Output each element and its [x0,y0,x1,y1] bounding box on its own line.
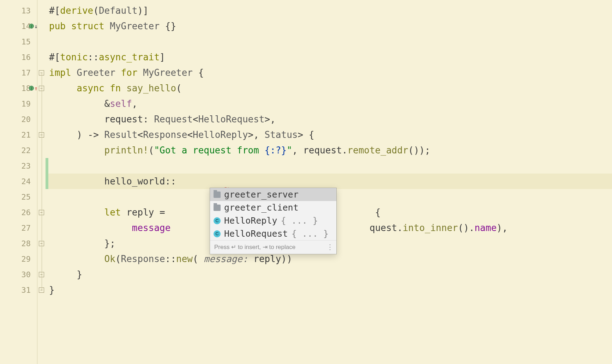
gutter-row: 18I↑ [0,80,37,96]
completion-extra: { ... } [292,229,329,239]
completion-label: HelloRequest [224,229,288,239]
gutter-row: 14I↓ [0,18,37,34]
completion-item[interactable]: CHelloRequest { ... } [210,227,336,240]
gutter-row: 26 [0,205,37,220]
line-number: 24 [22,177,31,186]
line-number: 13 [22,6,31,15]
line-number: 27 [22,224,31,232]
interface-marker-icon: I [29,24,34,29]
fold-column: −−−−−−− [37,0,46,364]
fold-row [37,49,46,65]
code-content: &self, [49,98,137,109]
gutter-row: 24 [0,174,37,189]
line-number: 31 [22,286,31,295]
completion-item[interactable]: CHelloReply { ... } [210,214,336,227]
completion-label: greeter_server [224,189,299,200]
line-number: 23 [22,162,31,170]
class-icon: C [214,230,221,237]
code-line[interactable]: println!("Got a request from {:?}", requ… [46,142,612,158]
code-content: #[derive(Default)] [49,5,149,16]
line-number: 17 [22,68,31,77]
completion-label: HelloReply [224,216,277,226]
gutter-row: 27 [0,220,37,236]
fold-row [37,18,46,34]
line-number: 29 [22,255,31,263]
gutter-row: 16 [0,49,37,65]
code-content: #[tonic::async_trait] [49,52,165,62]
line-number: 28 [22,239,31,248]
code-content: request: Request<HelloRequest>, [49,114,276,125]
fold-guide-line [42,73,42,290]
code-content: Ok(Response::new( message: reply)) [49,254,292,264]
more-icon[interactable]: ⋮ [326,243,333,251]
gutter-row: 30 [0,267,37,282]
code-line[interactable] [46,158,612,174]
completion-label: greeter_client [224,202,299,213]
code-content: impl Greeter for MyGreeter { [49,67,204,78]
code-line[interactable]: &self, [46,96,612,111]
fold-row [37,34,46,49]
completion-popup[interactable]: greeter_servergreeter_clientCHelloReply … [210,188,337,254]
code-line[interactable]: impl Greeter for MyGreeter { [46,65,612,80]
line-number: 25 [22,193,31,201]
code-content: let reply = [49,207,170,218]
code-line[interactable]: } [46,267,612,282]
gutter-row: 21 [0,127,37,142]
completion-item[interactable]: greeter_client [210,201,336,214]
gutter-row: 22 [0,142,37,158]
line-number: 21 [22,131,31,139]
line-number: 19 [22,99,31,108]
code-line[interactable]: hello_world::~ [46,174,612,189]
code-line[interactable]: request: Request<HelloRequest>, [46,111,612,127]
code-content: println!("Got a request from {:?}", requ… [49,145,430,156]
gutter-marker[interactable]: I↓ [29,23,38,30]
gutter-row: 25 [0,189,37,205]
code-content: message [49,223,170,233]
line-number: 16 [22,53,31,62]
completion-extra: { ... } [281,216,318,226]
change-stripe [46,158,48,174]
gutter-marker[interactable]: I↑ [29,85,38,92]
gutter-row: 29 [0,251,37,267]
line-number: 22 [22,146,31,155]
gutter-row: 15 [0,34,37,49]
code-area[interactable]: #[derive(Default)]pub struct MyGreeter {… [46,0,612,364]
interface-marker-icon: I [29,86,34,91]
line-number: 26 [22,208,31,217]
code-line[interactable]: #[derive(Default)] [46,3,612,18]
gutter-row: 17 [0,65,37,80]
change-stripe [46,174,48,189]
code-content: async fn say_hello( [49,83,182,93]
module-icon [214,205,221,211]
gutter-row: 28 [0,236,37,251]
code-line[interactable]: async fn say_hello( [46,80,612,96]
gutter-row: 20 [0,111,37,127]
code-line[interactable]: #[tonic::async_trait] [46,49,612,65]
code-content: hello_world:: [49,176,176,187]
gutter-row: 23 [0,158,37,174]
completion-item[interactable]: greeter_server [210,188,336,201]
code-content: } [49,269,82,280]
gutter-row: 19 [0,96,37,111]
code-content: }; [49,238,115,249]
gutter-row: 31 [0,282,37,298]
code-line[interactable]: ) -> Result<Response<HelloReply>, Status… [46,127,612,142]
code-line[interactable]: } [46,282,612,298]
code-line[interactable] [46,34,612,49]
code-content: } [49,285,55,295]
gutter-row: 13 [0,3,37,18]
code-line[interactable]: pub struct MyGreeter {} [46,18,612,34]
line-number: 30 [22,270,31,279]
module-icon [214,192,221,198]
gutter: 1314I↓15161718I↑192021222324252627282930… [0,0,37,364]
code-content: pub struct MyGreeter {} [49,21,176,31]
fold-row [37,3,46,18]
code-content: ) -> Result<Response<HelloReply>, Status… [49,129,314,140]
completion-hint: Press ↵ to insert, ⇥ to replace⋮ [210,240,336,254]
class-icon: C [214,217,221,224]
line-number: 20 [22,115,31,124]
line-number: 15 [22,37,31,46]
